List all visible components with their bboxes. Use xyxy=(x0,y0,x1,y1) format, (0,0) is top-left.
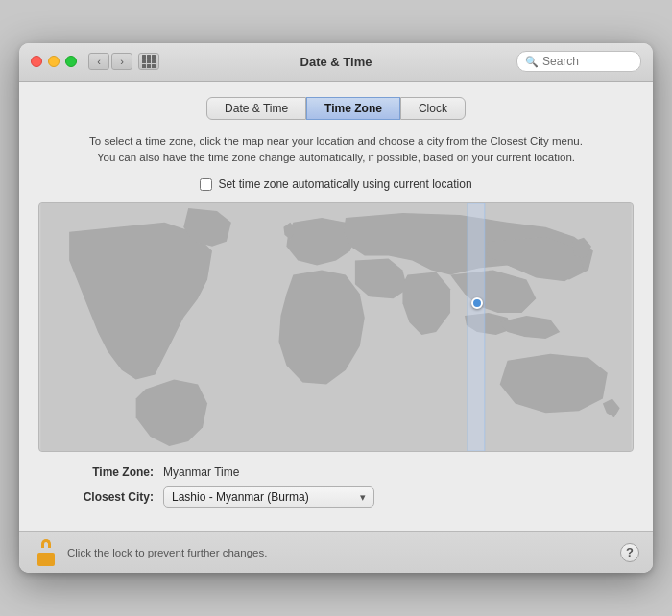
lock-body xyxy=(37,553,55,566)
info-section: Time Zone: Myanmar Time Closest City: La… xyxy=(38,465,634,508)
close-button[interactable] xyxy=(31,56,42,67)
grid-icon xyxy=(142,55,156,68)
content-area: Date & Time Time Zone Clock To select a … xyxy=(19,82,653,532)
minimize-button[interactable] xyxy=(48,56,60,67)
chevron-down-icon: ▾ xyxy=(360,491,366,504)
nav-buttons: ‹ › xyxy=(88,53,132,70)
lock-text: Click the lock to prevent further change… xyxy=(67,547,267,558)
help-button[interactable]: ? xyxy=(620,543,639,562)
auto-timezone-row: Set time zone automatically using curren… xyxy=(38,178,634,191)
search-input[interactable] xyxy=(542,55,633,68)
forward-button[interactable]: › xyxy=(111,53,132,70)
window-title: Date & Time xyxy=(300,55,372,69)
maximize-button[interactable] xyxy=(65,56,77,67)
closest-city-row: Closest City: Lashio - Myanmar (Burma) ▾ xyxy=(48,486,624,508)
description-line1: To select a time zone, click the map nea… xyxy=(89,135,583,147)
tab-date-time[interactable]: Date & Time xyxy=(206,97,306,120)
search-icon: 🔍 xyxy=(525,56,539,68)
description-text: To select a time zone, click the map nea… xyxy=(38,133,634,167)
closest-city-dropdown[interactable]: Lashio - Myanmar (Burma) ▾ xyxy=(163,486,374,508)
closest-city-label: Closest City: xyxy=(48,490,154,504)
description-line2: You can also have the time zone change a… xyxy=(97,152,575,163)
tab-bar: Date & Time Time Zone Clock xyxy=(38,97,634,120)
titlebar: ‹ › Date & Time 🔍 xyxy=(19,43,653,82)
app-grid-button[interactable] xyxy=(138,53,159,70)
auto-timezone-label: Set time zone automatically using curren… xyxy=(218,178,471,191)
timezone-value: Myanmar Time xyxy=(163,465,239,479)
search-box[interactable]: 🔍 xyxy=(516,51,641,72)
svg-rect-1 xyxy=(468,203,485,451)
timezone-label: Time Zone: xyxy=(48,465,154,479)
lock-icon[interactable] xyxy=(33,539,60,566)
bottom-bar: Click the lock to prevent further change… xyxy=(19,531,653,573)
traffic-lights xyxy=(31,56,77,67)
auto-timezone-checkbox[interactable] xyxy=(200,178,212,191)
tab-time-zone[interactable]: Time Zone xyxy=(306,97,400,120)
main-window: ‹ › Date & Time 🔍 Date & Time Time Zone … xyxy=(19,43,653,574)
timezone-row: Time Zone: Myanmar Time xyxy=(48,465,624,479)
lock-shackle xyxy=(41,539,51,548)
tab-clock[interactable]: Clock xyxy=(400,97,466,120)
world-map[interactable] xyxy=(38,202,634,452)
back-button[interactable]: ‹ xyxy=(88,53,109,70)
closest-city-value: Lashio - Myanmar (Burma) xyxy=(172,490,309,504)
